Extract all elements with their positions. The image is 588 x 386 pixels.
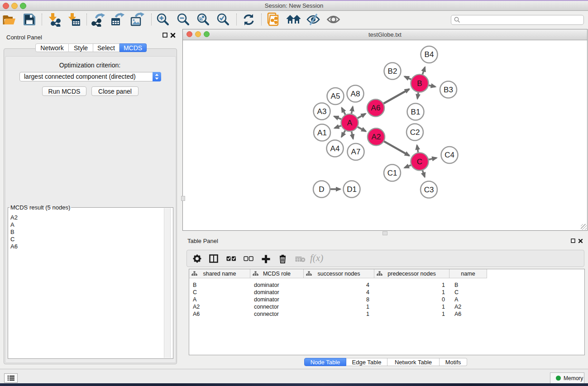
svg-text:B3: B3 bbox=[444, 86, 453, 94]
svg-text:D: D bbox=[319, 185, 324, 194]
svg-text:A4: A4 bbox=[330, 144, 340, 153]
svg-text:A5: A5 bbox=[331, 92, 340, 100]
svg-text:D1: D1 bbox=[347, 185, 357, 194]
svg-text:B: B bbox=[417, 79, 422, 88]
svg-text:C3: C3 bbox=[424, 186, 434, 194]
svg-text:A6: A6 bbox=[371, 104, 381, 112]
svg-text:B2: B2 bbox=[388, 67, 397, 76]
svg-text:C2: C2 bbox=[410, 128, 420, 137]
svg-text:A1: A1 bbox=[317, 129, 327, 137]
svg-text:A8: A8 bbox=[351, 90, 360, 98]
svg-text:A: A bbox=[347, 119, 353, 127]
svg-text:C1: C1 bbox=[387, 169, 397, 177]
svg-text:A2: A2 bbox=[372, 133, 381, 141]
svg-text:C: C bbox=[417, 157, 422, 166]
svg-text:A7: A7 bbox=[351, 148, 361, 156]
svg-text:A3: A3 bbox=[317, 107, 327, 116]
svg-text:B4: B4 bbox=[425, 50, 434, 59]
svg-text:C4: C4 bbox=[445, 151, 454, 159]
svg-text:B1: B1 bbox=[411, 108, 421, 116]
